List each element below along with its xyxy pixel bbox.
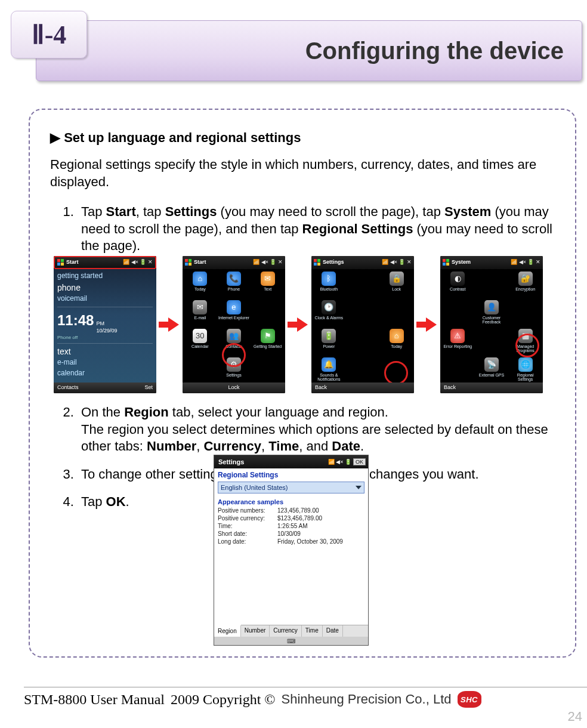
phone-icon: 📞 (227, 272, 241, 286)
screenshot-start: Start 📶 ◀× 🔋 ✕ ⌂Today 📞Phone ✉Text ✉E-ma… (183, 256, 285, 393)
today-softkeys: Contacts Set (54, 382, 156, 393)
contrast-icon: ◐ (450, 272, 465, 286)
dialog-title: Regional Settings (214, 468, 368, 482)
label: Clock & Alarms (315, 316, 343, 320)
marker-icon: ▶ (50, 130, 60, 145)
keyboard-icon[interactable]: ⌨ (214, 637, 368, 645)
topbar-title: Start (194, 259, 206, 266)
key: Positive currency: (218, 515, 277, 522)
contacts-icon: 👥 (227, 329, 241, 343)
value: 1:26:55 AM (277, 523, 308, 529)
key: Time: (218, 523, 277, 529)
kw-settings: Settings (165, 204, 217, 219)
cell-getting-started: ⚑Getting Started (251, 329, 284, 356)
cell-bluetooth: ᛒBluetooth (313, 272, 345, 299)
dropdown-value: English (United States) (221, 484, 288, 491)
windows-flag-icon (185, 259, 192, 266)
label: Lock (392, 287, 401, 291)
managed-icon: ▦ (518, 329, 533, 343)
softkeys: Back (311, 382, 414, 393)
status-icons: 📶 ◀× 🔋 ✕ (382, 259, 412, 266)
line: voicemail (57, 294, 153, 304)
arrow-icon (416, 316, 438, 333)
content-box: ▶ Set up language and regional settings … (29, 109, 576, 658)
tab-currency[interactable]: Currency (270, 625, 302, 637)
topbar: Start 📶 ◀× 🔋 ✕ (183, 256, 285, 269)
label: Phone (228, 287, 240, 291)
cell-contacts: 👥Contacts (218, 329, 251, 356)
label: Text (264, 287, 271, 291)
start-grid: ⌂Today 📞Phone ✉Text ✉E-mail eInternet Ex… (183, 269, 285, 382)
tab-time[interactable]: Time (302, 625, 323, 637)
cell-phone: 📞Phone (218, 272, 251, 299)
header-band: Configuring the device (36, 20, 582, 81)
kw-currency: Currency (203, 439, 261, 454)
shc-logo-icon: SHC (458, 691, 481, 708)
calendar-icon: 30 (193, 329, 207, 343)
label: Today (194, 287, 206, 291)
cell-clock: 🕑Clock & Alarms (313, 300, 345, 328)
softkey-left: Contacts (57, 384, 79, 391)
step-2: On the Region tab, select your language … (78, 404, 555, 455)
label: Managed Programs (509, 344, 542, 353)
kw-start: Start (106, 204, 136, 219)
arrow-icon (159, 316, 180, 333)
topbar: Settings 📶 ◀× 🔋 ✕ (311, 256, 414, 269)
tab-date[interactable]: Date (323, 625, 343, 637)
text: , (261, 439, 268, 454)
page-number: 24 (568, 709, 582, 724)
text: . (126, 494, 129, 509)
windows-flag-icon (443, 259, 450, 266)
cell-regional: 🌐Regional Settings (509, 357, 542, 385)
appearance-heading: Appearance samples (214, 497, 368, 507)
topbar: System 📶 ◀× 🔋 ✕ (440, 256, 543, 269)
key: Long date: (218, 538, 277, 545)
bluetooth-icon: ᛒ (322, 272, 336, 286)
encryption-icon: 🔐 (518, 272, 533, 286)
gear-icon: ⚙ (227, 357, 241, 372)
email-icon: ✉ (193, 300, 207, 314)
phone-status: Phone off (57, 335, 153, 344)
region-dropdown[interactable]: English (United States) (218, 482, 364, 493)
gps-icon: 📡 (484, 357, 499, 372)
tab-region[interactable]: Region (214, 625, 241, 637)
label: Bluetooth (320, 287, 338, 291)
tab-number[interactable]: Number (241, 625, 270, 637)
today-body: getting started phone voicemail 11:48 PM… (54, 269, 156, 382)
kw-regional: Regional Settings (302, 221, 413, 236)
label: Internet Explorer (218, 316, 249, 320)
text: Tap (81, 204, 106, 219)
manual-title: STM-8800 User Manual (24, 692, 165, 708)
ok-button[interactable]: OK (353, 458, 366, 465)
today-topbar-highlight: Start 📶 ◀× 🔋 ✕ (54, 256, 156, 269)
value: $123,456,789.00 (277, 515, 322, 522)
label: Contacts (225, 344, 242, 348)
softkey-center: Lock (228, 384, 239, 391)
cell-power: 🔋Power (313, 329, 345, 356)
text-icon: ✉ (261, 272, 275, 286)
line: calendar (57, 369, 153, 378)
label: External GPS (479, 373, 504, 377)
line: e-mail (57, 358, 153, 368)
flag-icon: ⚑ (261, 329, 275, 343)
cell-gps: 📡External GPS (475, 357, 508, 385)
topbar: Settings 📶 ◀× 🔋 OK (214, 455, 368, 468)
ie-icon: e (227, 300, 241, 314)
system-grid: ◐Contrast 🔐Encryption 👤Customer Feedback… (440, 269, 543, 382)
label: E-mail (194, 316, 206, 320)
screenshot-today: Start 📶 ◀× 🔋 ✕ getting started phone voi… (54, 256, 156, 393)
line: phone (57, 282, 153, 293)
arrow-icon (288, 316, 309, 333)
topbar-title: System (452, 259, 471, 266)
cell-encryption: 🔐Encryption (509, 272, 542, 299)
kw-ok: OK (106, 494, 126, 509)
home-icon: ⌂ (193, 272, 207, 286)
text: On the (81, 405, 124, 419)
softkey-left: Back (315, 384, 327, 391)
label: Encryption (515, 287, 535, 291)
softkeys: Lock (183, 382, 285, 393)
cell-today: ⌂Today (184, 272, 217, 299)
section-heading-text: Set up language and regional settings (64, 130, 301, 145)
label: Today (391, 344, 402, 348)
feedback-icon: 👤 (484, 300, 499, 314)
